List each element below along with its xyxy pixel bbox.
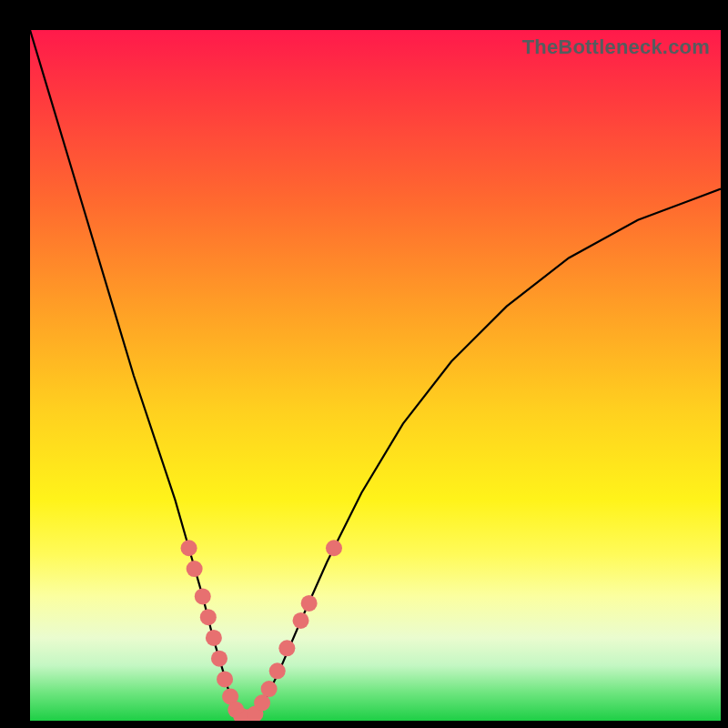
data-point-left-arm-6 — [211, 651, 228, 667]
chart-svg — [30, 30, 721, 721]
data-point-right-arm-top — [326, 540, 342, 556]
data-point-left-arm-3 — [195, 588, 211, 604]
data-point-left-arm-4 — [200, 609, 217, 625]
plot-area: TheBottleneck.com — [30, 30, 721, 721]
data-point-right-arm-5 — [293, 612, 309, 629]
data-point-left-arm-7 — [217, 671, 233, 687]
data-points-group — [181, 540, 342, 721]
data-point-left-arm-top — [181, 540, 197, 556]
watermark-text: TheBottleneck.com — [522, 35, 710, 59]
bottleneck-curve — [30, 30, 721, 718]
chart-frame: TheBottleneck.com — [0, 0, 728, 728]
data-point-left-arm-5 — [206, 630, 222, 646]
data-point-left-arm-2 — [187, 561, 203, 577]
data-point-right-arm-6 — [301, 595, 318, 612]
data-point-right-arm-3 — [269, 662, 286, 679]
data-point-right-arm-4 — [278, 640, 295, 656]
data-point-right-arm-2 — [261, 681, 278, 697]
